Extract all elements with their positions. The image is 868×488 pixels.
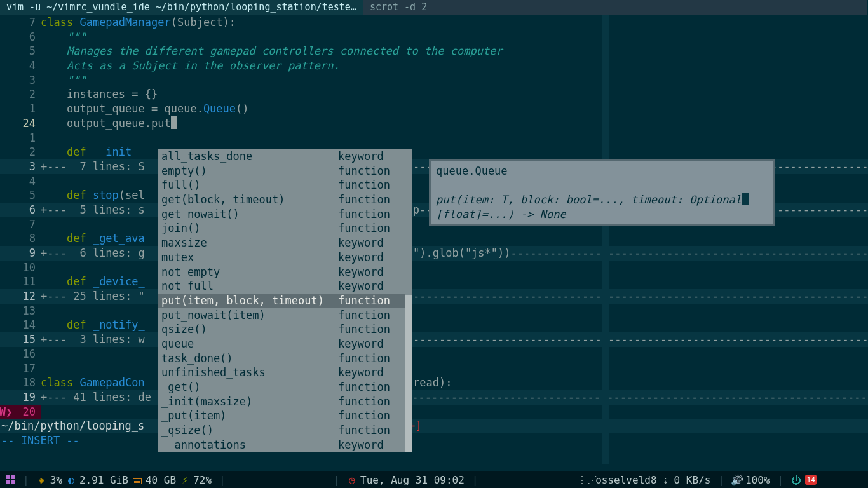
volume-icon: 🔊 — [732, 475, 742, 485]
desktop-taskbar[interactable]: | ✹3% ◐2.91 GiB 🖴40 GB ⚡72% | | ◷Tue, Au… — [0, 471, 868, 488]
clock-icon: ◷ — [347, 475, 357, 485]
disk-icon: 🖴 — [132, 475, 142, 485]
svg-rect-3 — [11, 480, 15, 484]
completion-item[interactable]: get_nowait()function — [158, 207, 405, 222]
popup-scrollbar[interactable] — [405, 149, 412, 452]
editor-pane[interactable]: 7class GamepadManager(Subject): 6 """ 5 … — [0, 15, 868, 464]
battery-widget: ⚡72% — [180, 474, 212, 486]
bug-tray-icon[interactable]: 14 — [805, 475, 817, 485]
svg-rect-0 — [6, 475, 10, 479]
svg-rect-1 — [11, 475, 15, 479]
cpu-icon: ✹ — [37, 475, 47, 485]
buffer-status-line: ~/bin/python/looping_s+] — [0, 419, 868, 433]
apps-icon[interactable] — [5, 475, 15, 485]
battery-icon: ⚡ — [180, 475, 190, 485]
signature-help-box: queue.Queue put(item: T, block: bool=...… — [429, 159, 775, 226]
completion-popup[interactable]: all_tasks_donekeywordempty()functionfull… — [158, 149, 412, 452]
cpu-widget: ✹3% — [37, 474, 62, 486]
download-icon: ⇣ — [661, 475, 671, 485]
memory-widget: ◐2.91 GiB — [66, 474, 128, 486]
wifi-icon: ⋮⋰ — [582, 475, 592, 485]
memory-icon: ◐ — [66, 475, 76, 485]
completion-item[interactable]: mutexkeyword — [158, 250, 405, 265]
completion-item[interactable]: _put(item)function — [158, 409, 405, 423]
completion-item[interactable]: get(block, timeout)function — [158, 193, 405, 207]
warning-gutter-mark: W❯ — [0, 405, 11, 419]
line-number: 7 — [0, 15, 41, 30]
completion-item[interactable]: _init(maxsize)function — [158, 395, 405, 409]
tab-active[interactable]: vim -u ~/vimrc_vundle_ide ~/bin/python/l… — [0, 0, 363, 15]
completion-item[interactable]: _get()function — [158, 380, 405, 395]
completion-item[interactable]: empty()function — [158, 164, 405, 179]
network-widget: ⇣0 KB/s — [661, 474, 711, 486]
vim-mode-indicator: -- INSERT -- — [0, 433, 868, 448]
completion-item[interactable]: full()function — [158, 178, 405, 193]
completion-item[interactable]: put(item, block, timeout)function — [158, 294, 405, 308]
completion-item[interactable]: queuekeyword — [158, 337, 405, 351]
disk-widget: 🖴40 GB — [132, 474, 176, 486]
power-icon[interactable]: ⏻ — [791, 475, 801, 485]
popup-scrollbar-thumb[interactable] — [405, 149, 412, 295]
completion-item[interactable]: task_done()function — [158, 351, 405, 366]
completion-item[interactable]: put_nowait(item)function — [158, 308, 405, 323]
completion-item[interactable]: not_fullkeyword — [158, 279, 405, 294]
tab-inactive[interactable]: scrot -d 2 — [363, 0, 868, 15]
clock-widget: ◷Tue, Aug 31 09:02 — [347, 474, 465, 486]
code-line[interactable]: class GamepadManager(Subject): — [41, 15, 868, 30]
current-line-number: 24 — [0, 116, 41, 131]
completion-item[interactable]: join()function — [158, 221, 405, 236]
svg-rect-2 — [6, 480, 10, 484]
completion-item[interactable]: unfinished_taskskeyword — [158, 365, 405, 380]
wifi-widget[interactable]: ⋮⋰osselveld8 — [582, 474, 656, 486]
completion-item[interactable]: not_emptykeyword — [158, 265, 405, 280]
right-margin-column — [602, 15, 609, 464]
completion-item[interactable]: __annotations__keyword — [158, 438, 405, 452]
volume-widget[interactable]: 🔊100% — [732, 474, 770, 486]
completion-item[interactable]: qsize()function — [158, 322, 405, 337]
cursor — [171, 116, 177, 129]
completion-item[interactable]: _qsize()function — [158, 423, 405, 438]
window-titlebar: vim -u ~/vimrc_vundle_ide ~/bin/python/l… — [0, 0, 868, 15]
completion-item[interactable]: all_tasks_donekeyword — [158, 149, 405, 164]
completion-item[interactable]: maxsizekeyword — [158, 236, 405, 250]
